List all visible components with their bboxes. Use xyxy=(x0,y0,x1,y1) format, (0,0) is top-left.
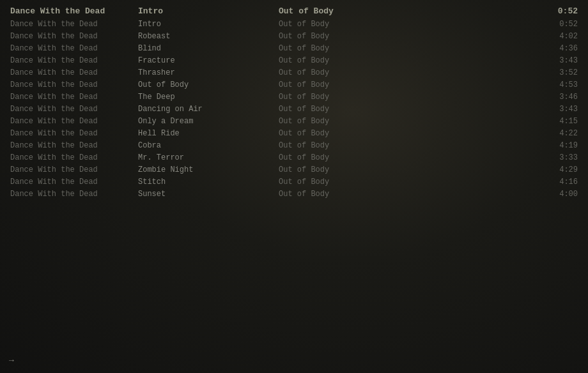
track-duration: 4:02 xyxy=(539,32,578,41)
track-album: Out of Body xyxy=(279,44,539,53)
track-row[interactable]: Dance With the DeadCobraOut of Body4:19 xyxy=(0,139,588,151)
track-album: Out of Body xyxy=(279,129,539,138)
track-album: Out of Body xyxy=(279,80,539,89)
track-album: Out of Body xyxy=(279,117,539,126)
track-artist: Dance With the Dead xyxy=(10,105,138,114)
track-row[interactable]: Dance With the DeadBlindOut of Body4:36 xyxy=(0,42,588,54)
arrow-indicator: → xyxy=(9,356,14,365)
track-duration: 4:19 xyxy=(539,141,578,150)
track-row[interactable]: Dance With the DeadZombie NightOut of Bo… xyxy=(0,164,588,176)
track-album: Out of Body xyxy=(279,56,539,65)
track-duration: 4:15 xyxy=(539,117,578,126)
header-title: Intro xyxy=(138,6,279,16)
track-title: The Deep xyxy=(138,93,279,102)
track-title: Cobra xyxy=(138,141,279,150)
track-duration: 4:16 xyxy=(539,178,578,187)
track-title: Thrasher xyxy=(138,68,279,77)
track-row[interactable]: Dance With the DeadStitchOut of Body4:16 xyxy=(0,176,588,188)
track-row[interactable]: Dance With the DeadHell RideOut of Body4… xyxy=(0,127,588,139)
track-row[interactable]: Dance With the DeadIntroOut of Body0:52 xyxy=(0,18,588,30)
track-artist: Dance With the Dead xyxy=(10,68,138,77)
header-album: Out of Body xyxy=(279,6,539,16)
track-title: Only a Dream xyxy=(138,117,279,126)
track-duration: 3:43 xyxy=(539,56,578,65)
track-list-header: Dance With the Dead Intro Out of Body 0:… xyxy=(0,5,588,17)
track-title: Blind xyxy=(138,44,279,53)
track-artist: Dance With the Dead xyxy=(10,44,138,53)
track-artist: Dance With the Dead xyxy=(10,141,138,150)
track-title: Robeast xyxy=(138,32,279,41)
track-artist: Dance With the Dead xyxy=(10,153,138,162)
track-artist: Dance With the Dead xyxy=(10,178,138,187)
track-album: Out of Body xyxy=(279,93,539,102)
track-artist: Dance With the Dead xyxy=(10,190,138,199)
track-row[interactable]: Dance With the DeadRobeastOut of Body4:0… xyxy=(0,30,588,42)
track-artist: Dance With the Dead xyxy=(10,32,138,41)
header-artist: Dance With the Dead xyxy=(10,6,138,16)
track-artist: Dance With the Dead xyxy=(10,56,138,65)
track-title: Stitch xyxy=(138,178,279,187)
track-duration: 4:36 xyxy=(539,44,578,53)
track-artist: Dance With the Dead xyxy=(10,165,138,174)
track-duration: 0:52 xyxy=(539,20,578,29)
track-title: Sunset xyxy=(138,190,279,199)
track-album: Out of Body xyxy=(279,105,539,114)
track-row[interactable]: Dance With the DeadFractureOut of Body3:… xyxy=(0,54,588,66)
track-artist: Dance With the Dead xyxy=(10,93,138,102)
track-duration: 3:43 xyxy=(539,105,578,114)
track-title: Zombie Night xyxy=(138,165,279,174)
track-title: Dancing on Air xyxy=(138,105,279,114)
track-artist: Dance With the Dead xyxy=(10,129,138,138)
track-row[interactable]: Dance With the DeadOut of BodyOut of Bod… xyxy=(0,79,588,91)
track-artist: Dance With the Dead xyxy=(10,80,138,89)
header-duration: 0:52 xyxy=(539,6,578,16)
track-title: Hell Ride xyxy=(138,129,279,138)
track-duration: 3:52 xyxy=(539,68,578,77)
track-album: Out of Body xyxy=(279,32,539,41)
track-album: Out of Body xyxy=(279,165,539,174)
track-album: Out of Body xyxy=(279,20,539,29)
track-row[interactable]: Dance With the DeadMr. TerrorOut of Body… xyxy=(0,151,588,164)
track-row[interactable]: Dance With the DeadOnly a DreamOut of Bo… xyxy=(0,115,588,127)
track-row[interactable]: Dance With the DeadThe DeepOut of Body3:… xyxy=(0,91,588,103)
track-duration: 4:00 xyxy=(539,190,578,199)
track-row[interactable]: Dance With the DeadThrasherOut of Body3:… xyxy=(0,66,588,79)
track-row[interactable]: Dance With the DeadDancing on AirOut of … xyxy=(0,103,588,115)
track-artist: Dance With the Dead xyxy=(10,117,138,126)
track-duration: 4:53 xyxy=(539,80,578,89)
track-duration: 3:46 xyxy=(539,93,578,102)
track-duration: 4:22 xyxy=(539,129,578,138)
track-title: Intro xyxy=(138,20,279,29)
track-duration: 3:33 xyxy=(539,153,578,162)
track-album: Out of Body xyxy=(279,141,539,150)
track-title: Out of Body xyxy=(138,80,279,89)
track-album: Out of Body xyxy=(279,153,539,162)
track-list: Dance With the Dead Intro Out of Body 0:… xyxy=(0,0,588,200)
track-album: Out of Body xyxy=(279,190,539,199)
track-title: Fracture xyxy=(138,56,279,65)
track-duration: 4:29 xyxy=(539,165,578,174)
track-album: Out of Body xyxy=(279,68,539,77)
track-album: Out of Body xyxy=(279,178,539,187)
track-row[interactable]: Dance With the DeadSunsetOut of Body4:00 xyxy=(0,188,588,200)
track-title: Mr. Terror xyxy=(138,153,279,162)
track-artist: Dance With the Dead xyxy=(10,20,138,29)
